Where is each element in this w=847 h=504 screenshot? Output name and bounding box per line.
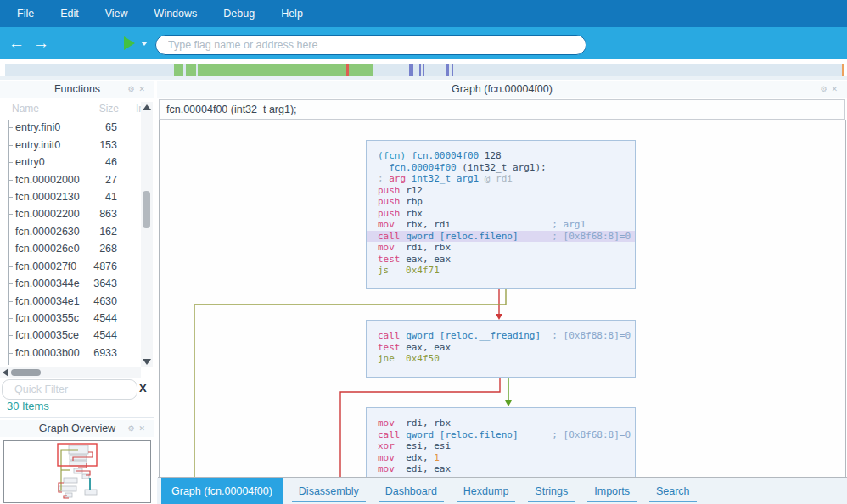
graph-panel-header: Graph (fcn.00004f00) ⚙✕ [157, 81, 847, 98]
function-size: 3643 [93, 277, 117, 289]
asm-line[interactable]: (fcn) fcn.00004f00 128 [367, 150, 635, 162]
graph-node[interactable]: mov rdi, rbxcall qword [reloc.fileno] ; … [366, 407, 636, 477]
tree-branch-tick [8, 127, 13, 128]
function-size: 153 [99, 139, 117, 151]
function-name: fcn.0000355c [15, 312, 79, 324]
function-size: 46 [105, 156, 117, 168]
tab-hexdump[interactable]: Hexdump [453, 478, 519, 504]
asm-line[interactable]: test eax, eax [367, 254, 635, 266]
function-row[interactable]: fcn.00003b006933 [0, 344, 141, 361]
asm-line[interactable]: push rbx [367, 208, 635, 220]
function-row[interactable]: fcn.000035ce4544 [0, 327, 141, 344]
menu-item-file[interactable]: File [8, 0, 43, 27]
menu-item-help[interactable]: Help [272, 0, 312, 27]
menu-item-edit[interactable]: Edit [51, 0, 88, 27]
graph-canvas[interactable]: (fcn) fcn.00004f00 128 fcn.00004f00 (int… [159, 120, 846, 477]
play-dropdown-caret-icon[interactable] [141, 42, 148, 46]
memory-map-bar[interactable] [5, 64, 844, 76]
horizontal-scrollbar-thumb[interactable] [11, 369, 41, 376]
scroll-down-arrow-icon[interactable] [143, 359, 151, 365]
asm-line[interactable]: ; arg int32_t arg1 @ rdi [367, 173, 635, 185]
function-size: 4630 [93, 295, 117, 307]
vertical-scrollbar-thumb[interactable] [143, 191, 150, 228]
asm-line[interactable]: test eax, eax [367, 342, 635, 354]
function-name: fcn.000035ce [15, 329, 79, 341]
scroll-left-arrow-icon[interactable] [3, 368, 8, 377]
graph-node[interactable]: (fcn) fcn.00004f00 128 fcn.00004f00 (int… [366, 140, 636, 289]
function-name: fcn.000034e1 [15, 295, 80, 307]
tree-branch-tick [8, 301, 13, 302]
forward-button[interactable]: → [33, 27, 49, 59]
function-row[interactable]: fcn.000026e0268 [0, 240, 141, 257]
function-size: 4876 [93, 260, 117, 272]
asm-line-highlighted[interactable]: call qword [reloc.fileno] ; [0x8f68:8]=0 [367, 231, 635, 243]
functions-column-headers[interactable]: Name Size Imports [0, 102, 141, 117]
functions-panel-gear-icon[interactable]: ⚙ [127, 85, 138, 93]
clear-filter-button[interactable]: X [139, 382, 147, 395]
function-name: fcn.00002200 [15, 208, 80, 220]
search-input[interactable] [155, 35, 586, 55]
function-row[interactable]: entry.init0153 [0, 136, 141, 153]
items-count-label: 30 Items [7, 400, 49, 412]
memory-map-bar-shadow [0, 76, 847, 80]
graph-panel-gear-icon[interactable]: ⚙ [820, 85, 831, 93]
function-row[interactable]: fcn.000034e14630 [0, 292, 141, 309]
asm-line[interactable]: mov rdi, rbx [367, 417, 635, 429]
asm-line[interactable]: mov rbx, rdi ; arg1 [367, 219, 635, 231]
functions-horizontal-scrollbar[interactable] [0, 367, 141, 378]
functions-vertical-scrollbar[interactable] [141, 102, 153, 367]
tab-search[interactable]: Search [646, 478, 700, 504]
play-icon[interactable] [124, 36, 135, 50]
tab-dashboard[interactable]: Dashboard [375, 478, 447, 504]
function-name: fcn.000027f0 [15, 260, 76, 272]
function-row[interactable]: fcn.0000344e3643 [0, 275, 141, 292]
function-row[interactable]: fcn.00002200863 [0, 205, 141, 222]
function-row[interactable]: entry.fini065 [0, 119, 141, 136]
tab-graph-fcn-00004f00-[interactable]: Graph (fcn.00004f00) [161, 478, 283, 504]
function-signature: fcn.00004f00 (int32_t arg1); [166, 100, 844, 119]
asm-line[interactable]: call qword [reloc.__freading] ; [0x8f88:… [367, 330, 635, 342]
graph-overview-minimap[interactable] [3, 440, 151, 503]
scroll-up-arrow-icon[interactable] [143, 104, 151, 110]
back-button[interactable]: ← [8, 27, 25, 59]
menu-item-windows[interactable]: Windows [145, 0, 207, 27]
graph-node[interactable]: call qword [reloc.__freading] ; [0x8f88:… [366, 320, 636, 378]
asm-line[interactable]: call qword [reloc.fileno] ; [0x8f68:8]=0 [367, 429, 635, 441]
tree-branch-tick [8, 197, 13, 198]
menu-item-debug[interactable]: Debug [214, 0, 264, 27]
function-name: fcn.00003b00 [15, 347, 80, 359]
tab-disassembly[interactable]: Disassembly [289, 478, 369, 504]
asm-line[interactable]: mov rdi, rbx [367, 242, 635, 254]
memory-segment [349, 64, 373, 76]
function-row[interactable]: fcn.00002630162 [0, 223, 141, 240]
overview-panel-gear-icon[interactable]: ⚙ [127, 424, 138, 433]
asm-line[interactable]: js 0x4f71 [367, 265, 635, 277]
function-name: entry.fini0 [15, 121, 60, 133]
column-header-name[interactable]: Name [12, 103, 39, 115]
function-row[interactable]: fcn.0000355c4544 [0, 310, 141, 327]
function-row[interactable]: entry046 [0, 154, 141, 171]
function-size: 4544 [93, 312, 117, 324]
asm-line[interactable]: xor esi, esi [367, 440, 635, 452]
function-row[interactable]: fcn.0000213041 [0, 188, 141, 205]
function-size: 268 [99, 243, 117, 255]
quick-filter-input[interactable] [2, 379, 137, 400]
asm-line[interactable]: push rbp [367, 196, 635, 208]
asm-line[interactable]: jne 0x4f50 [367, 353, 635, 365]
tab-strings[interactable]: Strings [524, 478, 578, 504]
tab-imports[interactable]: Imports [584, 478, 640, 504]
functions-panel-close-icon[interactable]: ✕ [138, 85, 149, 93]
function-row[interactable]: fcn.0000200027 [0, 171, 141, 188]
asm-line[interactable]: fcn.00004f00 (int32_t arg1); [367, 162, 635, 174]
function-size: 4544 [93, 329, 117, 341]
function-row[interactable]: fcn.000027f04876 [0, 258, 141, 275]
graph-panel-close-icon[interactable]: ✕ [831, 85, 842, 93]
menu-bar: FileEditViewWindowsDebugHelp [0, 0, 847, 27]
overview-panel-close-icon[interactable]: ✕ [138, 424, 149, 433]
panel-separator [0, 417, 154, 418]
menu-item-view[interactable]: View [96, 0, 137, 27]
asm-line[interactable]: push r12 [367, 185, 635, 197]
column-header-size[interactable]: Size [99, 103, 119, 115]
asm-line[interactable]: mov edx, 1 [367, 452, 635, 464]
asm-line[interactable]: mov edi, eax [367, 463, 635, 475]
